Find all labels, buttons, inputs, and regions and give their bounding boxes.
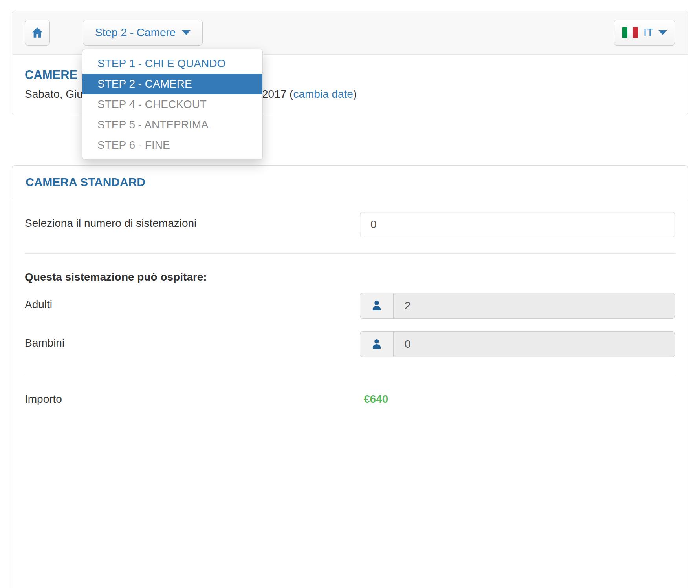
adults-field: 2 xyxy=(360,293,675,319)
italy-flag-icon xyxy=(622,27,638,38)
menu-item-step4[interactable]: STEP 4 - CHECKOUT xyxy=(82,94,262,115)
step-dropdown-menu: STEP 1 - CHI E QUANDO STEP 2 - CAMERE ST… xyxy=(82,49,263,160)
date-suffix: 2017 (cambia date) xyxy=(262,87,357,102)
room-panel-body: Seleziona il numero di sistemazioni Ques… xyxy=(12,199,688,588)
adults-value: 2 xyxy=(393,293,675,319)
home-button[interactable] xyxy=(25,20,50,46)
menu-item-step5[interactable]: STEP 5 - ANTEPRIMA xyxy=(82,115,262,135)
adults-row: Adulti 2 xyxy=(25,293,675,319)
divider xyxy=(25,253,675,254)
rooms-count-row: Seleziona il numero di sistemazioni xyxy=(25,212,675,237)
amount-label: Importo xyxy=(25,390,360,405)
change-date-link[interactable]: cambia date xyxy=(293,88,353,100)
occupancy-heading: Questa sistemazione può ospitare: xyxy=(25,271,675,283)
menu-item-step2[interactable]: STEP 2 - CAMERE xyxy=(82,74,262,94)
step-dropdown-button[interactable]: Step 2 - Camere xyxy=(83,20,203,46)
person-icon xyxy=(360,293,393,319)
menu-item-step1[interactable]: STEP 1 - CHI E QUANDO xyxy=(82,53,262,74)
adults-label: Adulti xyxy=(25,293,360,319)
children-row: Bambini 0 xyxy=(25,331,675,357)
person-icon xyxy=(360,331,393,357)
room-title: CAMERA STANDARD xyxy=(26,175,145,188)
room-panel: CAMERA STANDARD Seleziona il numero di s… xyxy=(12,165,688,588)
photo-gallery xyxy=(25,420,675,567)
language-label: IT xyxy=(643,26,653,39)
divider xyxy=(25,374,675,374)
date-prefix: Sabato, Giu xyxy=(25,88,83,100)
caret-down-icon xyxy=(182,30,191,35)
amount-value: €640 xyxy=(360,390,675,405)
caret-down-icon xyxy=(658,30,667,35)
step-dropdown-label: Step 2 - Camere xyxy=(95,26,176,39)
children-field: 0 xyxy=(360,331,675,357)
rooms-count-input[interactable] xyxy=(360,212,675,237)
children-label: Bambini xyxy=(25,331,360,357)
navbar: Step 2 - Camere IT xyxy=(12,11,688,55)
room-panel-heading: CAMERA STANDARD xyxy=(12,166,688,199)
menu-item-step6[interactable]: STEP 6 - FINE xyxy=(82,135,262,155)
language-button[interactable]: IT xyxy=(614,20,675,46)
home-icon xyxy=(31,26,44,39)
amount-row: Importo €640 xyxy=(25,390,675,405)
rooms-count-label: Seleziona il numero di sistemazioni xyxy=(25,212,360,237)
children-value: 0 xyxy=(393,331,675,357)
